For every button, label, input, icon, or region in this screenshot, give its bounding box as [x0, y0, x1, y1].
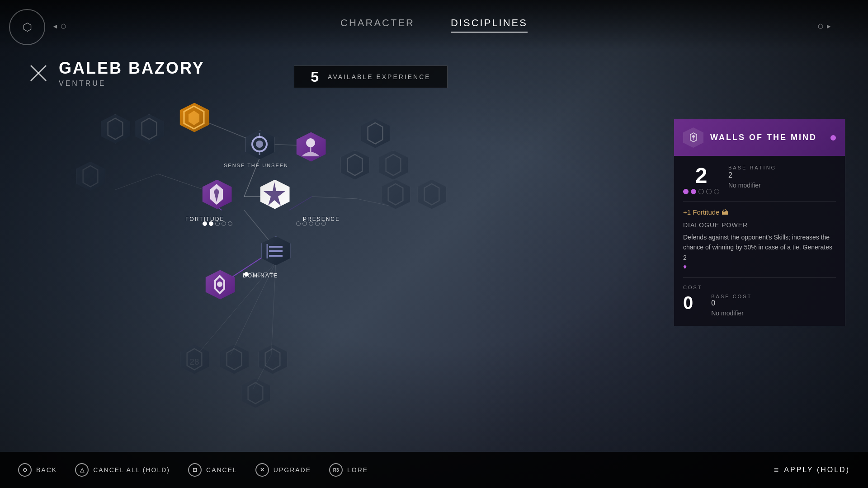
panel-title: WALLS OF THE MIND [710, 133, 824, 142]
node-presence-purple[interactable] [295, 131, 327, 163]
experience-label: AVAILABLE EXPERIENCE [328, 73, 431, 80]
panel-rating-left: 2 [683, 165, 719, 194]
character-name: GALEB BAZORY [59, 59, 205, 78]
node-dim-9[interactable] [339, 149, 371, 181]
action-cancel-all[interactable]: △ CANCEL ALL (HOLD) [75, 463, 170, 477]
cost-number: 0 [683, 294, 693, 312]
cost-section: COST 0 BASE COST 0 No modifier [683, 277, 836, 317]
svg-line-11 [115, 174, 158, 190]
rating-dot-5 [714, 189, 719, 194]
action-upgrade[interactable]: ✕ UPGRADE [255, 463, 311, 477]
action-lore[interactable]: R3 LORE [329, 463, 368, 477]
tab-character[interactable]: CHARACTER [340, 17, 415, 33]
dot-d2 [250, 272, 255, 277]
detail-panel: WALLS OF THE MIND 2 BASE RATING 2 No mod… [674, 119, 845, 326]
node-dim-3-shape [76, 162, 105, 191]
node-dim-11[interactable] [377, 149, 409, 181]
presence-dots [296, 221, 326, 226]
apply-label: APPLY (HOLD) [784, 466, 850, 474]
base-cost-modifier: No modifier [711, 310, 836, 317]
svg-marker-43 [386, 155, 401, 176]
dot-d4 [263, 272, 268, 277]
panel-body: 2 BASE RATING 2 No modifier +1 Fortitude… [674, 156, 845, 326]
base-cost-label: BASE COST [711, 294, 836, 299]
svg-marker-21 [189, 111, 199, 125]
svg-marker-47 [227, 349, 242, 370]
power-description: Defends against the opponent's Skills; i… [683, 232, 836, 263]
cancel-label: CANCEL [206, 466, 237, 474]
svg-point-36 [217, 282, 222, 287]
dot-f3 [215, 221, 220, 226]
experience-amount: 5 [311, 69, 319, 85]
node-dim-1[interactable] [99, 113, 131, 145]
base-rating-value: 2 [728, 171, 836, 179]
divider-1 [683, 201, 836, 202]
node-dim-8[interactable] [359, 117, 391, 149]
node-dim-b1[interactable]: 28 [179, 343, 210, 375]
node-dim-2[interactable] [133, 113, 165, 145]
dot-d1 [244, 272, 249, 277]
node-dim-10[interactable] [380, 178, 411, 210]
dot-f2 [209, 221, 213, 226]
dot-p3 [309, 221, 313, 226]
cancel-all-button-icon: △ [75, 463, 89, 477]
node-dim-b4[interactable] [240, 377, 271, 409]
dot-f1 [203, 221, 207, 226]
base-cost-value: 0 [711, 299, 836, 307]
node-dim-b3[interactable] [257, 343, 288, 375]
node-dim-11-shape [379, 150, 408, 180]
svg-marker-28 [264, 182, 285, 206]
dot-p5 [321, 221, 326, 226]
node-sense-unseen[interactable] [244, 129, 276, 160]
cancel-button-icon: ⊡ [188, 463, 202, 477]
panel-header: WALLS OF THE MIND [674, 119, 845, 156]
fortitude-bonus: +1 Fortitude 🏔 [683, 208, 836, 216]
node-dim-2-shape [135, 114, 164, 144]
node-dominate-purple[interactable] [204, 269, 236, 300]
node-dim-b1-shape: 28 [180, 345, 209, 374]
rating-dot-1 [683, 189, 689, 194]
tab-disciplines[interactable]: DISCIPLINES [451, 17, 528, 33]
nav-currency: ⬡ [61, 23, 66, 30]
node-dim-b2-shape [220, 345, 249, 374]
action-back[interactable]: ⊙ BACK [18, 463, 57, 477]
node-dim-b2[interactable] [218, 343, 250, 375]
nav-tabs: CHARACTER DISCIPLINES [340, 17, 528, 33]
node-fortitude-icon-shape [203, 180, 232, 209]
panel-status-dot [830, 135, 836, 141]
dot-p4 [315, 221, 320, 226]
panel-rating-row: 2 BASE RATING 2 No modifier [683, 165, 836, 194]
node-dim-12[interactable] [416, 178, 448, 210]
cost-row: 0 BASE COST 0 No modifier [683, 294, 836, 317]
svg-line-8 [289, 197, 312, 210]
svg-marker-49 [248, 383, 263, 404]
node-center[interactable] [259, 178, 291, 210]
skill-tree: SENSE THE UNSEEN FORTITUDE [45, 90, 488, 407]
cancel-all-label: CANCEL ALL (HOLD) [93, 466, 170, 474]
dot-p2 [302, 221, 307, 226]
close-icon[interactable] [27, 62, 50, 84]
node-dominate[interactable] [260, 235, 292, 267]
action-cancel[interactable]: ⊡ CANCEL [188, 463, 237, 477]
svg-marker-41 [348, 155, 363, 176]
node-dim-12-shape [417, 180, 447, 209]
base-rating-label: BASE RATING [728, 165, 836, 170]
node-sense-unseen-shape [245, 130, 275, 160]
dominate-dots [244, 272, 274, 277]
action-apply[interactable]: ≡ APPLY (HOLD) [774, 465, 850, 475]
node-orange[interactable] [179, 102, 210, 133]
svg-marker-38 [142, 118, 157, 140]
lore-button-icon: R3 [329, 463, 343, 477]
node-fortitude-icon[interactable] [201, 178, 233, 210]
svg-marker-37 [108, 118, 123, 140]
upgrade-button-icon: ✕ [255, 463, 269, 477]
dot-f5 [228, 221, 232, 226]
label-sense-unseen: SENSE THE UNSEEN [224, 163, 288, 168]
purple-gem-icon: ♦ [683, 263, 687, 270]
cost-left: 0 [683, 294, 693, 312]
svg-line-12 [312, 197, 357, 199]
node-dim-3[interactable] [75, 160, 106, 192]
bottom-action-bar: ⊙ BACK △ CANCEL ALL (HOLD) ⊡ CANCEL ✕ UP… [0, 452, 868, 488]
dot-f4 [222, 221, 226, 226]
rating-dot-3 [698, 189, 704, 194]
